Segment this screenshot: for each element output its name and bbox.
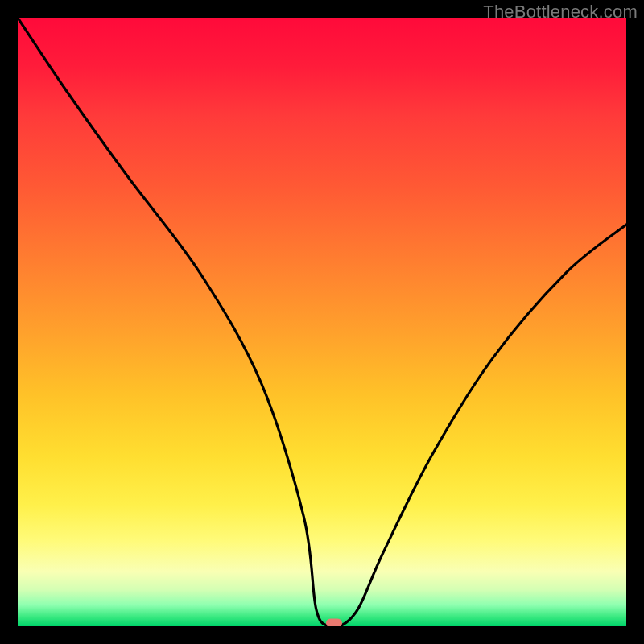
attribution-text: TheBottleneck.com bbox=[483, 2, 638, 23]
plot-area bbox=[18, 18, 626, 626]
chart-frame: TheBottleneck.com bbox=[0, 0, 644, 644]
curve-path bbox=[18, 18, 626, 626]
bottleneck-curve bbox=[18, 18, 626, 626]
optimal-marker bbox=[326, 619, 342, 626]
